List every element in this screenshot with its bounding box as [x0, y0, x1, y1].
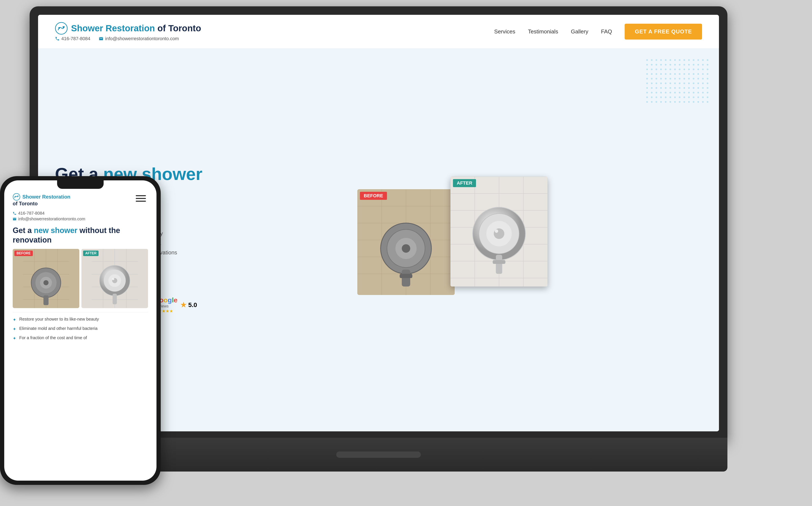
phone: Shower Restoration of Toronto — [0, 176, 161, 485]
phone-contact: 416-787-8084 — [55, 36, 90, 41]
phone-frame: Shower Restoration of Toronto — [0, 176, 161, 485]
email-contact: info@showerrestorationtoronto.com — [99, 36, 179, 41]
phone-email-icon — [13, 217, 16, 221]
svg-rect-20 — [400, 274, 412, 278]
after-image: AFTER — [450, 177, 548, 286]
logo-icon — [55, 22, 68, 35]
logo-text: Shower Restoration of Toronto — [71, 23, 201, 33]
before-image: BEFORE — [357, 189, 455, 295]
hamburger-line-3 — [136, 201, 146, 202]
site-header: Shower Restoration of Toronto 416-787-80… — [38, 15, 719, 49]
phone-icon — [55, 36, 60, 41]
svg-point-38 — [495, 230, 498, 233]
phone-logo-top: Shower Restoration — [13, 193, 70, 201]
svg-point-43 — [17, 195, 18, 197]
svg-point-41 — [13, 193, 20, 200]
svg-point-69 — [112, 278, 114, 280]
before-label: BEFORE — [360, 192, 387, 200]
dot-pattern: // Will render via JS below — [646, 59, 708, 103]
nav-gallery[interactable]: Gallery — [571, 28, 588, 35]
phone-after-label: AFTER — [83, 251, 99, 256]
phone-bullet-2: ✦ Eliminate mold and other harmful bacte… — [13, 326, 148, 332]
phone-after-svg — [81, 249, 148, 308]
phone-header: Shower Restoration of Toronto — [13, 193, 148, 206]
google-star-icon: ★ — [180, 301, 186, 309]
site-nav: Services Testimonials Gallery FAQ GET A … — [494, 24, 702, 39]
phone-after-image: AFTER — [81, 249, 148, 308]
logo-top: Shower Restoration of Toronto — [55, 22, 201, 35]
svg-point-2 — [63, 26, 64, 28]
logo-area: Shower Restoration of Toronto 416-787-80… — [55, 22, 201, 41]
nav-services[interactable]: Services — [494, 28, 515, 35]
phone-hero-highlight: new shower — [34, 226, 77, 235]
phone-bullet-icon-3: ✦ — [13, 336, 16, 341]
svg-rect-70 — [113, 294, 117, 304]
hero-images: BEFORE — [203, 166, 702, 314]
phone-logo: Shower Restoration of Toronto — [13, 193, 70, 206]
phone-bullet-icon-2: ✦ — [13, 327, 16, 332]
nav-faq[interactable]: FAQ — [601, 28, 612, 35]
phone-notch — [57, 180, 104, 189]
phone-screen: Shower Restoration of Toronto — [4, 180, 157, 481]
hamburger-menu[interactable] — [133, 193, 148, 204]
svg-rect-39 — [496, 255, 502, 274]
logo-contact: 416-787-8084 info@showerrestorationtoron… — [55, 36, 201, 41]
phone-bullet-3: ✦ For a fraction of the cost and time of — [13, 335, 148, 341]
svg-rect-40 — [493, 260, 506, 264]
scene: Shower Restoration of Toronto 416-787-80… — [0, 0, 812, 506]
phone-hero-title: Get a new shower without the renovation — [13, 226, 148, 245]
phone-logo-icon — [13, 193, 20, 201]
svg-point-18 — [402, 244, 410, 253]
header-cta-button[interactable]: GET A FREE QUOTE — [625, 24, 702, 39]
hamburger-line-2 — [136, 198, 146, 199]
phone-phone-icon — [13, 212, 16, 215]
google-rating: ★ 5.0 — [180, 301, 197, 309]
phone-bullet-icon-1: ✦ — [13, 317, 16, 322]
svg-point-1 — [58, 27, 60, 29]
phone-before-svg — [13, 249, 79, 308]
phone-images: BEFORE — [13, 249, 148, 308]
phone-bullet-1: ✦ Restore your shower to its like-new be… — [13, 317, 148, 322]
phone-bullets: ✦ Restore your shower to its like-new be… — [13, 312, 148, 341]
after-label: AFTER — [453, 179, 476, 187]
hamburger-line-1 — [136, 195, 146, 196]
svg-point-55 — [43, 280, 49, 285]
svg-rect-56 — [43, 296, 49, 305]
after-shower-svg — [450, 177, 548, 286]
phone-before-image: BEFORE — [13, 249, 79, 308]
phone-logo-text: Shower Restoration — [22, 194, 70, 200]
nav-testimonials[interactable]: Testimonials — [528, 28, 558, 35]
before-after-container: BEFORE — [357, 177, 548, 304]
phone-logo-sub: of Toronto — [13, 201, 70, 206]
phone-content: Shower Restoration of Toronto — [4, 180, 157, 481]
phone-phone: 416-787-8084 — [13, 211, 148, 216]
phone-before-label: BEFORE — [14, 251, 33, 256]
phone-email: info@showerrestorationtoronto.com — [13, 217, 148, 222]
before-shower-svg — [357, 189, 455, 295]
email-icon — [99, 36, 103, 41]
svg-point-42 — [15, 196, 16, 197]
